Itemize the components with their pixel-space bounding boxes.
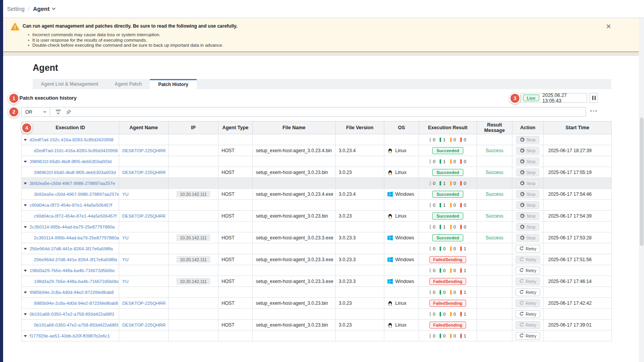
- collapse-triangle-icon[interactable]: [24, 183, 27, 185]
- execution-id-link[interactable]: 2c350114-995b-44ad-ba79-25e87797880a: [30, 225, 114, 229]
- agent-name-link[interactable]: DESKTOP-225QHRR: [122, 301, 166, 306]
- content-card: Agent Agent List & Management Agent Patc…: [3, 56, 644, 362]
- execution-id-link[interactable]: c90d04ca-0f72-454e-87e1-44a5e506457f: [34, 214, 116, 218]
- breadcrumb-agent[interactable]: Agent: [33, 5, 56, 12]
- result-message-cell: [477, 330, 512, 341]
- execution-id-link[interactable]: d2edf7ad-152c-416a-8283-5c85d3420958: [30, 137, 114, 142]
- filter-operator-select[interactable]: OR: [22, 107, 50, 116]
- empty-cell: [384, 309, 419, 320]
- column-header[interactable]: File Name: [253, 121, 336, 134]
- retry-button[interactable]: Retry: [516, 267, 540, 274]
- execution-id-link[interactable]: 198d3a29-7b5e-448a-ba4b-716672d5b0bc: [34, 279, 119, 284]
- windows-icon: [387, 257, 393, 262]
- linux-icon: [387, 148, 393, 153]
- execution-id-cell: c90d04ca-0f72-454e-87e1-44a5e506457f: [22, 211, 119, 221]
- column-header[interactable]: IP: [169, 121, 218, 134]
- column-header[interactable]: Execution ID: [22, 121, 119, 134]
- pill-bar: [460, 203, 462, 207]
- tab-patch-history[interactable]: Patch History: [150, 79, 196, 89]
- empty-cell: [384, 178, 419, 189]
- action-button-label: Retry: [526, 257, 536, 262]
- file-version-cell: 3.0.23.3: [336, 276, 384, 287]
- agent-name-link[interactable]: DESKTOP-225QHRR: [122, 214, 166, 218]
- execution-id-link[interactable]: 3b92ea5e-c50d-4967-9986-278897aa257e: [34, 192, 119, 197]
- scrollbar-thumb[interactable]: [640, 118, 644, 246]
- agent-name-link[interactable]: YU: [122, 235, 128, 240]
- execution-result-pills: 0001: [422, 334, 473, 338]
- action-button-label: Retry: [526, 246, 536, 251]
- agent-name-link[interactable]: DESKTOP-225QHRR: [122, 148, 166, 153]
- empty-cell: [384, 200, 419, 211]
- agent-name-link[interactable]: YU: [122, 257, 128, 262]
- column-header[interactable]: Start Time: [544, 121, 612, 134]
- pill-bar: [460, 268, 462, 273]
- collapse-triangle-icon[interactable]: [24, 335, 27, 337]
- more-options-icon[interactable]: [590, 110, 597, 112]
- collapse-triangle-icon[interactable]: [24, 204, 27, 206]
- pause-button[interactable]: [589, 93, 598, 103]
- empty-cell: [169, 265, 218, 276]
- agent-name-link[interactable]: DESKTOP-225QHRR: [122, 170, 166, 175]
- execution-id-link[interactable]: 3b92ea5e-c50d-4967-9986-278897aa257e: [30, 181, 115, 186]
- execution-detail-row: 256e964d-37d8-441e-8264-3f17e6a598faYU10…: [22, 254, 612, 265]
- execution-result-cell: 0100: [419, 221, 477, 232]
- execution-id-link[interactable]: 9985b94e-2c8a-4d0d-94e2-87226fe86ab8: [30, 290, 114, 295]
- agent-name-link[interactable]: DESKTOP-225QHRR: [122, 323, 166, 327]
- retry-button: Retry: [516, 278, 540, 285]
- execution-id-link[interactable]: f177829e-ae51-43db-b20f-ff3987b2e6c1: [30, 334, 110, 338]
- pill-bar: [450, 225, 452, 229]
- execution-id-link[interactable]: 3989631f-65d0-4bdf-9f05-deb5303a003d: [34, 170, 116, 175]
- collapse-triangle-icon[interactable]: [24, 313, 27, 315]
- os-label: Linux: [395, 322, 406, 328]
- execution-id-link[interactable]: 198d3a29-7b5e-448a-ba4b-716672d5b0bc: [30, 268, 115, 273]
- retry-button[interactable]: Retry: [516, 245, 540, 253]
- live-time-control[interactable]: Live 2025.06.27 13:05:43: [521, 93, 587, 103]
- pill-bar: [440, 137, 441, 142]
- breadcrumb-setting[interactable]: Setting: [7, 6, 25, 12]
- execution-group-row: 9985b94e-2c8a-4d0d-94e2-87226fe86ab80001…: [22, 287, 612, 298]
- column-header[interactable]: Result Message: [477, 121, 512, 134]
- collapse-triangle-icon[interactable]: [24, 248, 27, 250]
- retry-button[interactable]: Retry: [516, 288, 540, 296]
- column-header[interactable]: Agent Type: [218, 121, 253, 134]
- execution-id-link[interactable]: 0b191a68-0350-47e2-a758-893d422a68f3: [30, 312, 114, 316]
- retry-button[interactable]: Retry: [516, 332, 540, 340]
- tab-agent-list-management[interactable]: Agent List & Management: [33, 79, 106, 89]
- execution-id-link[interactable]: d2edf7ad-152c-416a-8283-5c85d3420958: [34, 148, 118, 153]
- collapse-triangle-icon[interactable]: [24, 292, 27, 293]
- ip-chip: 10.20.142.111: [176, 256, 210, 263]
- execution-result-pills: 0001: [422, 290, 473, 295]
- column-header[interactable]: Agent Name: [119, 121, 169, 134]
- column-header[interactable]: OS: [384, 121, 419, 134]
- pill-bar: [440, 225, 441, 229]
- result-message-cell: [477, 200, 512, 211]
- execution-id-link[interactable]: 9985b94e-2c8a-4d0d-94e2-87226fe86ab8: [34, 301, 118, 306]
- close-icon[interactable]: [604, 21, 614, 32]
- execution-id-link[interactable]: 256e964d-37d8-441e-8264-3f17e6a598fa: [34, 257, 117, 262]
- start-time-cell: 2025-06-17 17:46:14: [544, 276, 612, 287]
- collapse-triangle-icon[interactable]: [24, 139, 27, 141]
- page-scrollbar[interactable]: [639, 18, 644, 362]
- column-header[interactable]: Action: [512, 121, 544, 134]
- execution-id-link[interactable]: 0b191a68-0350-47e2-a758-893d422a68f3: [34, 323, 118, 327]
- collapse-triangle-icon[interactable]: [24, 226, 27, 228]
- os-cell: Windows: [384, 189, 419, 200]
- column-header[interactable]: Execution Result: [419, 121, 477, 134]
- collapse-triangle-icon[interactable]: [24, 270, 27, 272]
- column-header[interactable]: File Version: [336, 121, 384, 134]
- tab-agent-patch[interactable]: Agent Patch: [106, 79, 150, 89]
- execution-id-link[interactable]: c90d04ca-0f72-454e-87e1-44a5e506457f: [30, 203, 112, 207]
- execution-id-link[interactable]: 256e964d-37d8-441e-8264-3f17e6a598fa: [30, 246, 113, 251]
- execution-id-link[interactable]: 2c350114-995b-44ad-ba79-25e87797880a: [34, 235, 119, 240]
- execution-id-link[interactable]: 3989631f-65d0-4bdf-9f05-deb5303a003d: [30, 159, 111, 164]
- os-label: Windows: [395, 192, 414, 197]
- collapse-triangle-icon[interactable]: [24, 161, 27, 163]
- filter-lines-icon[interactable]: [56, 110, 61, 114]
- pin-icon[interactable]: [66, 109, 71, 115]
- pill-count: 0: [433, 159, 435, 164]
- agent-name-link[interactable]: YU: [122, 192, 128, 197]
- action-button-label: Retry: [526, 323, 536, 327]
- retry-button[interactable]: Retry: [516, 310, 540, 318]
- action-cell: Retry: [512, 276, 544, 287]
- agent-name-link[interactable]: YU: [122, 279, 128, 284]
